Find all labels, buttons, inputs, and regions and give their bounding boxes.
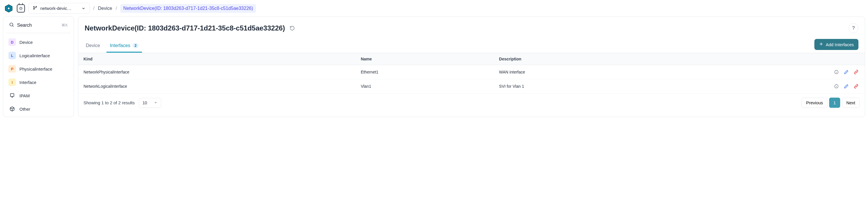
search-input[interactable]: Search ⌘K [6,20,71,30]
search-icon [9,22,14,28]
tab-count-badge: 2 [132,43,138,48]
col-kind: Kind [78,53,355,65]
cell-description: WAN interface [494,65,674,79]
table-row[interactable]: NetworkPhysicalInterface Ethernet1 WAN i… [78,65,865,79]
reload-icon[interactable] [289,25,296,31]
interfaces-table: Kind Name Description NetworkPhysicalInt… [78,53,865,94]
info-icon[interactable] [833,69,840,76]
breadcrumb: / Device / NetworkDevice(ID: 1803d263-d7… [93,4,256,13]
col-actions [674,53,865,65]
sidebar-item-device[interactable]: D Device [6,35,71,49]
logical-badge-icon: L [8,52,16,59]
unlink-icon[interactable] [852,69,860,76]
breadcrumb-current[interactable]: NetworkDevice(ID: 1803d263-d717-1d21-35c… [120,4,256,13]
add-interfaces-button[interactable]: Add Interfaces [814,39,859,50]
chevron-down-icon [82,6,86,10]
results-text: Showing 1 to 2 of 2 results [84,100,135,105]
search-shortcut: ⌘K [61,23,68,27]
svg-point-2 [8,7,9,9]
svg-rect-8 [10,94,14,97]
previous-button[interactable]: Previous [802,98,827,108]
cell-kind: NetworkPhysicalInterface [78,65,355,79]
app-logo-icon[interactable] [4,4,13,13]
tab-device[interactable]: Device [85,40,101,52]
breadcrumb-sep: / [116,6,117,11]
page-size-selector[interactable]: 10 [139,98,161,108]
sidebar-item-label: IPAM [20,93,30,98]
branch-label: network-devic… [40,6,72,11]
svg-point-5 [36,6,36,7]
sidebar-item-label: Physicalinterface [20,67,52,72]
search-label: Search [17,23,59,28]
chevron-down-icon [154,101,157,105]
col-description: Description [494,53,674,65]
plus-icon [819,42,824,47]
branch-selector[interactable]: network-devic… [28,3,90,14]
calendar-icon[interactable] [17,4,25,12]
tab-interfaces[interactable]: Interfaces 2 [109,40,140,52]
sidebar-item-logicalinterface[interactable]: L Logicalinterface [6,49,71,62]
physical-badge-icon: P [8,65,16,73]
sidebar-divider [6,33,71,33]
info-icon[interactable] [833,83,840,90]
page-number-button[interactable]: 1 [829,98,840,108]
edit-icon[interactable] [843,69,850,76]
edit-icon[interactable] [843,83,850,90]
page-size-value: 10 [143,101,147,105]
main-content: NetworkDevice(ID: 1803d263-d717-1d21-35c… [78,17,865,117]
device-badge-icon: D [8,38,16,46]
breadcrumb-sep: / [93,6,94,11]
breadcrumb-root[interactable]: Device [98,6,112,11]
cell-description: SVI for Vlan 1 [494,79,674,94]
svg-point-6 [33,8,34,9]
table-row[interactable]: NetworkLogicalInterface Vlan1 SVI for Vl… [78,79,865,94]
next-button[interactable]: Next [842,98,860,108]
sidebar: Search ⌘K D Device L Logicalinterface P … [3,17,74,117]
page-title: NetworkDevice(ID: 1803d263-d717-1d21-35c… [85,24,285,32]
add-button-label: Add Interfaces [826,42,854,47]
cell-name: Ethernet1 [355,65,494,79]
cell-name: Vlan1 [355,79,494,94]
unlink-icon[interactable] [852,83,860,90]
sidebar-item-label: Interface [20,80,36,85]
sidebar-item-interface[interactable]: I Interface [6,76,71,89]
cell-kind: NetworkLogicalInterface [78,79,355,94]
ipam-icon [8,92,16,99]
sidebar-item-ipam[interactable]: IPAM [6,89,71,102]
cube-icon [8,105,16,113]
branch-icon [33,5,37,11]
svg-point-4 [33,6,34,7]
sidebar-item-label: Device [20,40,33,45]
svg-point-7 [10,23,13,26]
col-name: Name [355,53,494,65]
help-button[interactable]: ? [848,23,859,33]
sidebar-item-physicalinterface[interactable]: P Physicalinterface [6,62,71,76]
tab-label: Device [86,43,100,48]
sidebar-item-label: Other [20,107,30,111]
tab-label: Interfaces [110,43,130,48]
interface-badge-icon: I [8,78,16,86]
sidebar-item-other[interactable]: Other [6,102,71,115]
sidebar-item-label: Logicalinterface [20,53,50,58]
